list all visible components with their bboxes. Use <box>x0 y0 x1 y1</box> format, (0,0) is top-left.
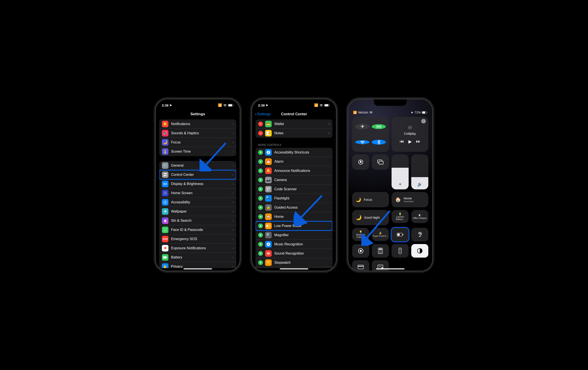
add-icon[interactable]: + <box>258 224 263 228</box>
row-magnifier[interactable]: + 🔍 Magnifier <box>255 230 333 240</box>
row-sound-recognition[interactable]: + Sound Recognition <box>255 249 333 258</box>
row-alarm[interactable]: + ⏰ Alarm <box>255 157 333 166</box>
accessory-4[interactable]: 🔒 Foyer Front D... <box>372 228 389 241</box>
row-flashlight[interactable]: + 🔦 Flashlight <box>255 194 333 203</box>
row-battery[interactable]: Battery › <box>159 253 236 262</box>
home-tile[interactable]: 🏠 Home Favorites <box>392 192 428 207</box>
row-low-power[interactable]: + Low Power Mode <box>255 221 333 230</box>
chevron-right-icon: › <box>232 122 234 126</box>
add-icon[interactable]: + <box>258 242 263 247</box>
row-home[interactable]: + 🏠 Home <box>255 212 333 221</box>
row-faceid[interactable]: Face ID & Passcode › <box>159 225 236 234</box>
bluetooth-toggle[interactable] <box>372 140 386 144</box>
add-icon[interactable]: + <box>258 159 263 164</box>
drag-handle-icon[interactable]: ≡ <box>328 131 330 135</box>
quick-note-button[interactable]: + <box>372 260 389 271</box>
row-code-scanner[interactable]: + Code Scanner <box>255 185 333 194</box>
wifi-toggle[interactable] <box>355 140 369 144</box>
screen-record-button[interactable] <box>352 244 369 257</box>
row-camera[interactable]: + 📷 Camera <box>255 175 333 185</box>
home-indicator[interactable] <box>376 268 404 269</box>
brightness-slider[interactable]: ☀︎ <box>392 154 409 189</box>
add-icon[interactable]: + <box>258 251 263 256</box>
accessory-2[interactable]: ◧ Office Shapes <box>411 210 428 223</box>
row-textsize[interactable]: + ᴀA Text Size <box>255 267 333 268</box>
add-icon[interactable]: + <box>258 150 263 155</box>
home-indicator[interactable] <box>280 268 308 269</box>
row-announce[interactable]: + 🔔 Announce Notifications <box>255 166 333 175</box>
svg-point-70 <box>400 251 401 251</box>
row-sounds[interactable]: 🔊 Sounds & Haptics › <box>159 129 236 138</box>
add-icon[interactable]: + <box>258 260 263 265</box>
row-sos[interactable]: SOS Emergency SOS › <box>159 234 236 244</box>
row-accessibility[interactable]: Accessibility › <box>159 198 236 207</box>
row-notifications[interactable]: 🔔 Notifications › <box>159 119 236 129</box>
battery-percent: 71% <box>415 111 421 114</box>
row-music-recognition[interactable]: + Music Recognition <box>255 240 333 249</box>
row-screentime[interactable]: ⏳ Screen Time › <box>159 147 236 156</box>
volume-slider[interactable]: 🔊 <box>411 154 428 189</box>
airplane-toggle[interactable]: ✈︎ <box>355 124 369 129</box>
back-button[interactable]: ‹ Settings <box>255 111 271 117</box>
add-icon[interactable]: + <box>258 178 263 182</box>
svg-point-17 <box>165 201 166 202</box>
row-wallpaper[interactable]: ❀ Wallpaper › <box>159 207 236 216</box>
accessory-1[interactable]: 🔋 Laundry Battery... <box>392 210 409 223</box>
orientation-lock-toggle[interactable] <box>352 154 369 170</box>
remove-icon[interactable]: − <box>258 131 263 136</box>
row-siri[interactable]: ◉ Siri & Search › <box>159 216 236 225</box>
row-exposure[interactable]: ✺ Exposure Notifications › <box>159 244 236 253</box>
row-notes[interactable]: − 📝 Notes ≡ <box>255 129 333 138</box>
low-power-toggle[interactable] <box>392 228 409 241</box>
next-icon[interactable]: ⏭ <box>416 139 420 144</box>
row-control-center[interactable]: Control Center › <box>159 170 236 179</box>
remote-button[interactable] <box>392 244 409 257</box>
media-tile[interactable]: ⊖ Coldplay ⏮ ▶ ⏭ <box>392 117 428 152</box>
row-general[interactable]: ⚙️ General › <box>159 161 236 170</box>
calculator-button[interactable] <box>372 244 389 257</box>
add-icon[interactable]: + <box>258 196 263 201</box>
svg-point-9 <box>166 192 167 192</box>
focus-button[interactable]: 🌙 Focus <box>352 192 389 207</box>
add-icon[interactable]: + <box>258 233 263 237</box>
row-focus[interactable]: 🌙 Focus › <box>159 138 236 147</box>
cellular-toggle[interactable] <box>372 124 386 129</box>
svg-point-11 <box>165 193 166 193</box>
prev-icon[interactable]: ⏮ <box>400 139 404 144</box>
wifi-icon <box>319 104 323 107</box>
connectivity-tile[interactable]: ✈︎ <box>352 117 389 152</box>
add-icon[interactable]: + <box>258 187 263 192</box>
bell-icon: 🔔 <box>162 121 168 127</box>
wallet-button[interactable] <box>352 260 369 271</box>
row-stopwatch[interactable]: + ⏱ Stopwatch <box>255 258 333 267</box>
wave-icon <box>265 250 272 257</box>
row-homescreen[interactable]: Home Screen › <box>159 188 236 198</box>
svg-rect-49 <box>379 161 383 164</box>
svg-point-33 <box>267 243 270 246</box>
battery-icon <box>422 111 427 114</box>
stopwatch-icon: ⏱ <box>265 259 272 266</box>
flashlight-icon: 🔦 <box>265 195 272 202</box>
svg-point-6 <box>166 175 166 176</box>
drag-handle-icon[interactable]: ≡ <box>328 122 330 126</box>
location-arrow-icon: ➤ <box>266 103 268 107</box>
status-time: 2:38 <box>258 103 265 107</box>
hearing-button[interactable] <box>411 228 428 241</box>
accessory-3[interactable]: 💡 Bedroom Ceiling... <box>352 228 369 241</box>
add-icon[interactable]: + <box>258 205 263 210</box>
row-privacy[interactable]: ✋ Privacy › <box>159 262 236 268</box>
add-icon[interactable]: + <box>258 214 263 219</box>
row-guided-access[interactable]: + 🔒 Guided Access <box>255 203 333 212</box>
play-icon[interactable]: ▶ <box>409 139 412 144</box>
dark-mode-toggle[interactable] <box>411 244 428 257</box>
row-display[interactable]: AA Display & Brightness › <box>159 179 236 188</box>
home-indicator[interactable] <box>184 268 212 269</box>
add-icon[interactable]: + <box>258 168 263 173</box>
row-wallet[interactable]: − 💳 Wallet ≡ <box>255 119 333 129</box>
airplay-audio-icon[interactable] <box>421 119 426 124</box>
scene-tile[interactable]: 🌙 Good Night <box>352 210 389 225</box>
remove-icon[interactable]: − <box>258 122 263 126</box>
screen-mirroring-button[interactable] <box>372 154 389 170</box>
svg-point-15 <box>166 194 167 195</box>
row-accessibility-shortcuts[interactable]: + Accessibility Shortcuts <box>255 148 333 157</box>
